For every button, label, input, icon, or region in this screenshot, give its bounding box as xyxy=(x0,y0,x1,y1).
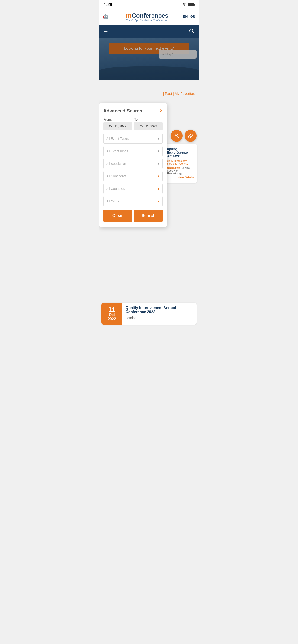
platform-icons: 🤖 xyxy=(103,14,111,19)
event-kinds-dropdown[interactable]: All Event Kinds ▼ xyxy=(103,146,163,156)
event-year: 2022 xyxy=(108,317,116,321)
from-date-group: From: Oct 11, 2022 xyxy=(103,118,132,130)
date-range-row: From: Oct 11, 2022 To: Oct 31, 2022 xyxy=(103,118,163,130)
event-card-quality: 11 Oct 2022 Quality Improvement Annual C… xyxy=(101,302,197,325)
modal-buttons-row: Clear Search xyxy=(103,210,163,222)
chevron-up-icon: ▲ xyxy=(157,187,160,190)
event-day: 11 xyxy=(108,306,115,313)
lang-gr[interactable]: GR xyxy=(190,14,195,18)
language-switcher[interactable]: EN | GR xyxy=(183,14,195,18)
status-time: 1:26 xyxy=(104,2,112,7)
event-content: Quality Improvement Annual Conference 20… xyxy=(122,302,197,325)
logo-tagline: The #1 App for Medical Conferences xyxy=(126,19,168,22)
svg-line-3 xyxy=(178,137,179,138)
event-types-dropdown[interactable]: All Event Types ▼ xyxy=(103,134,163,144)
organizer-row: Organizer: Hellenic Society of Haematolo… xyxy=(167,166,194,175)
event-location: London xyxy=(126,316,193,320)
android-icon: 🤖 xyxy=(103,14,109,19)
svg-line-1 xyxy=(193,32,194,34)
chevron-down-icon: ▼ xyxy=(157,137,160,140)
app-header: 🤖 mConferences The #1 App for Medical Co… xyxy=(99,8,199,25)
haematology-tags: ology | Pathologymedicine | Genet... xyxy=(167,160,194,165)
from-label: From: xyxy=(103,118,132,121)
modal-header: Advanced Search × xyxy=(103,108,163,114)
logo-rest: Conferences xyxy=(132,12,168,19)
cities-label: All Cities xyxy=(106,199,119,203)
lang-separator: | xyxy=(187,14,190,18)
clear-button[interactable]: Clear xyxy=(103,210,132,222)
search-nav-icon[interactable] xyxy=(189,28,194,35)
logo-area: mConferences The #1 App for Medical Conf… xyxy=(125,11,168,22)
from-date-input[interactable]: Oct 11, 2022 xyxy=(103,122,132,130)
nav-bar: ☰ xyxy=(99,25,199,38)
organizer-label: Organizer: xyxy=(167,166,180,169)
event-month: Oct xyxy=(109,313,115,317)
event-title: Quality Improvement Annual Conference 20… xyxy=(126,306,193,314)
cities-dropdown[interactable]: All Cities ▲ xyxy=(103,196,163,206)
continents-dropdown[interactable]: All Continents ▲ xyxy=(103,171,163,181)
hamburger-icon[interactable]: ☰ xyxy=(104,29,108,34)
event-date-badge: 11 Oct 2022 xyxy=(101,302,122,325)
logo-m: m xyxy=(125,11,132,20)
specialties-label: All Specialties xyxy=(106,162,127,166)
to-date-group: To: Oct 31, 2022 xyxy=(134,118,163,130)
action-icons xyxy=(171,130,197,142)
search-button[interactable]: Search xyxy=(134,210,163,222)
modal-title: Advanced Search xyxy=(103,108,142,114)
to-label: To: xyxy=(134,118,163,121)
top-section: Looking for your next event? looking for… xyxy=(99,38,199,80)
past-tab[interactable]: | Past | My Favorites | xyxy=(163,92,197,96)
haematology-title: αρικέςΕκπαιδευτικόΑΕ 2022 xyxy=(167,147,194,158)
signal-icon: ···· xyxy=(175,3,181,7)
specialties-dropdown[interactable]: All Specialties ▼ xyxy=(103,158,163,169)
modal-close-button[interactable]: × xyxy=(160,108,163,114)
status-icons: ···· xyxy=(175,3,194,7)
status-bar: 1:26 ···· xyxy=(99,0,199,8)
chevron-down-icon: ▼ xyxy=(157,150,160,153)
to-date-input[interactable]: Oct 31, 2022 xyxy=(134,122,163,130)
countries-label: All Countries xyxy=(106,187,125,190)
app-logo: mConferences xyxy=(125,11,168,20)
tabs-partial: | Past | My Favorites | xyxy=(163,92,197,96)
view-details-link[interactable]: View Details xyxy=(167,175,194,180)
chevron-up-icon: ▲ xyxy=(157,174,160,178)
haematology-card: αρικέςΕκπαιδευτικόΑΕ 2022 ology | Pathol… xyxy=(164,144,197,183)
lang-en[interactable]: EN xyxy=(183,14,187,18)
event-kinds-label: All Event Kinds xyxy=(106,149,128,153)
events-section: 11 Oct 2022 Quality Improvement Annual C… xyxy=(99,302,199,325)
haematology-event-partial: αρικέςΕκπαιδευτικόΑΕ 2022 ology | Pathol… xyxy=(162,144,199,183)
chevron-down-icon: ▼ xyxy=(157,162,160,165)
countries-dropdown[interactable]: All Countries ▲ xyxy=(103,184,163,194)
event-types-label: All Event Types xyxy=(106,137,129,140)
zoom-out-icon[interactable] xyxy=(171,130,183,142)
continents-label: All Continents xyxy=(106,174,126,178)
chevron-up-icon: ▲ xyxy=(157,200,160,203)
link-icon[interactable] xyxy=(184,130,197,142)
event-card-row: 11 Oct 2022 Quality Improvement Annual C… xyxy=(101,302,197,325)
modal-overlay xyxy=(99,38,199,80)
advanced-search-modal: Advanced Search × From: Oct 11, 2022 To:… xyxy=(99,103,167,227)
wifi-icon xyxy=(182,3,186,7)
battery-icon xyxy=(188,3,194,6)
